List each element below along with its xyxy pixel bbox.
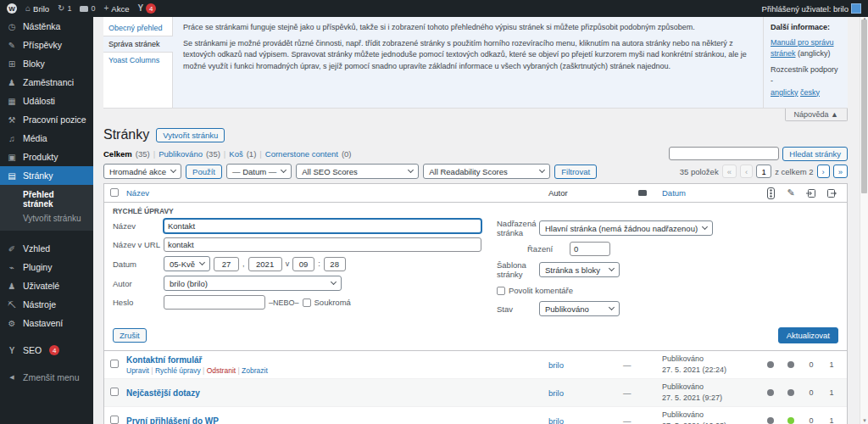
account-menu[interactable]: Přihlášený uživatel: brilo — [762, 3, 861, 14]
view-action[interactable]: Zobrazit — [242, 366, 268, 375]
sidebar-item-users[interactable]: ♟Uživatelé — [0, 276, 93, 295]
sidebar-item-media[interactable]: ♫Média — [0, 129, 93, 148]
row-checkbox[interactable] — [110, 360, 119, 368]
help-toggle-button[interactable]: Nápověda ▲ — [785, 109, 848, 121]
scroll-down-arrow[interactable]: ▾ — [860, 417, 868, 424]
author-link[interactable]: brilo — [548, 360, 564, 370]
apply-button[interactable]: Použít — [186, 165, 222, 179]
sidebar-item-posts[interactable]: ✎Příspěvky — [0, 36, 93, 54]
pages-submenu: Přehled stránek Vytvořit stránku — [0, 185, 93, 231]
title-input[interactable] — [164, 219, 481, 233]
page-link[interactable]: Kontaktní formulář — [126, 355, 202, 365]
page-link[interactable]: Nejčastější dotazy — [126, 388, 200, 398]
sidebar-item-employees[interactable]: ♟Zaměstnanci — [0, 73, 93, 92]
yoast-notification-badge: 4 — [146, 3, 156, 14]
readability-score-dot — [787, 389, 794, 396]
filter-button[interactable]: Filtrovat — [554, 165, 597, 179]
sidebar-item-seo[interactable]: YSEO4 — [0, 341, 93, 360]
search-input[interactable] — [669, 147, 779, 160]
month-select[interactable]: 05-Kvě — [164, 256, 210, 271]
minute-input[interactable] — [324, 257, 346, 271]
help-support-link-en[interactable]: anglicky — [771, 88, 798, 97]
status-select[interactable]: Publikováno — [539, 301, 620, 316]
hammer-icon: ⚒ — [7, 115, 17, 125]
private-checkbox[interactable] — [303, 298, 311, 307]
add-new-page-button[interactable]: Vytvořit stránku — [156, 128, 225, 142]
allow-comments-checkbox[interactable] — [497, 287, 505, 295]
readability-score-dot — [787, 361, 794, 368]
last-page-button[interactable]: » — [833, 165, 848, 178]
cancel-button[interactable]: Zrušit — [113, 328, 147, 343]
table-filters: Hromadné akce Použít — Datum — All SEO S… — [103, 164, 597, 179]
sidebar-item-tools[interactable]: ⛏Nástroje — [0, 295, 93, 314]
column-comments[interactable] — [623, 190, 662, 196]
outgoing-links-count: 1 — [821, 416, 842, 424]
edit-action[interactable]: Upravit — [126, 366, 149, 375]
comments-value: — — [623, 388, 662, 398]
trash-action[interactable]: Odstranit — [207, 366, 236, 375]
comments-menu[interactable]: 0 — [80, 4, 95, 13]
year-input[interactable] — [248, 257, 282, 271]
submenu-item-all-pages[interactable]: Přehled stránek — [0, 187, 93, 211]
sidebar-item-appearance[interactable]: ✐Vzhled — [0, 239, 93, 258]
avatar — [851, 3, 861, 14]
help-support-link-cs[interactable]: česky — [800, 88, 820, 97]
current-page-input[interactable] — [756, 165, 771, 178]
new-content-menu[interactable]: +Akce — [103, 4, 129, 14]
wp-logo-menu[interactable]: W — [7, 3, 17, 14]
sidebar-item-blocks[interactable]: ⊞Bloky — [0, 54, 93, 73]
hour-input[interactable] — [292, 257, 314, 271]
view-cornerstone[interactable]: Cornerstone content — [265, 149, 338, 159]
sidebar-item-collapse-menu[interactable]: ◀Zmenšit menu — [0, 368, 93, 387]
seo-scores-select[interactable]: All SEO Scores — [296, 164, 419, 179]
seo-score-dot — [767, 389, 774, 396]
order-input[interactable] — [570, 242, 610, 256]
next-page-button[interactable]: › — [817, 165, 830, 178]
bulk-actions-select[interactable]: Hromadné akce — [103, 164, 181, 179]
column-title[interactable]: Název — [126, 188, 548, 198]
sidebar-item-job-positions[interactable]: ⚒Pracovní pozice — [0, 110, 93, 129]
date-filter-select[interactable]: — Datum — — [226, 164, 292, 179]
slug-input[interactable] — [164, 237, 481, 252]
password-input[interactable] — [164, 295, 265, 310]
submenu-item-add-new[interactable]: Vytvořit stránku — [0, 211, 93, 226]
sidebar-item-settings[interactable]: ⚙Nastavení — [0, 314, 93, 332]
day-input[interactable] — [214, 257, 239, 271]
template-select[interactable]: Stránka s bloky — [539, 262, 620, 277]
view-published[interactable]: Publikováno — [159, 149, 203, 159]
yoast-menu[interactable]: Y4 — [137, 3, 156, 14]
parent-page-select[interactable]: Hlavní stránka (nemá žádnou nadřazenou) — [539, 220, 713, 236]
template-label: Šablona stránky — [497, 260, 536, 279]
author-link[interactable]: brilo — [548, 388, 564, 398]
vertical-scrollbar[interactable]: ▴ ▾ — [860, 17, 868, 424]
pushpin-icon: ✎ — [7, 41, 17, 50]
search-pages-button[interactable]: Hledat stránky — [782, 147, 848, 161]
scrollbar-thumb[interactable] — [861, 20, 867, 193]
site-name-menu[interactable]: ⌂Brilo — [25, 4, 49, 14]
select-all-checkbox[interactable] — [110, 188, 119, 197]
sidebar-item-plugins[interactable]: ⌁Pluginy — [0, 258, 93, 276]
updates-menu[interactable]: ↻1 — [58, 4, 71, 13]
sidebar-item-events[interactable]: ▦Události — [0, 92, 93, 110]
sidebar-item-dashboard[interactable]: ◷Nástěnka — [0, 17, 93, 36]
outgoing-links-count: 1 — [821, 360, 842, 369]
author-link[interactable]: brilo — [548, 416, 564, 424]
view-trash[interactable]: Koš — [229, 149, 242, 159]
sidebar-item-products[interactable]: ▣Produkty — [0, 148, 93, 166]
table-row: Nejčastější dotazy brilo — Publikováno27… — [104, 379, 847, 407]
readability-scores-select[interactable]: All Readability Scores — [423, 164, 550, 179]
help-tab-managing-pages[interactable]: Správa stránek — [103, 36, 173, 53]
update-button[interactable]: Aktualizovat — [778, 327, 838, 343]
quick-edit-action[interactable]: Rychlé úpravy — [155, 366, 201, 375]
help-tab-overview[interactable]: Obecný přehled — [103, 20, 172, 36]
help-tab-yoast-columns[interactable]: Yoast Columns — [103, 53, 172, 68]
row-checkbox[interactable] — [110, 416, 119, 424]
page-link[interactable]: První přihlášení do WP — [126, 416, 219, 424]
view-all[interactable]: Celkem — [103, 149, 132, 159]
column-date[interactable]: Datum — [662, 188, 760, 198]
row-checkbox[interactable] — [110, 388, 119, 396]
sidebar-item-pages[interactable]: ▤Stránky — [0, 166, 93, 185]
author-select[interactable]: brilo (brilo) — [164, 276, 342, 291]
or-separator: –NEBO– — [269, 298, 299, 307]
chevron-down-icon — [170, 167, 176, 173]
